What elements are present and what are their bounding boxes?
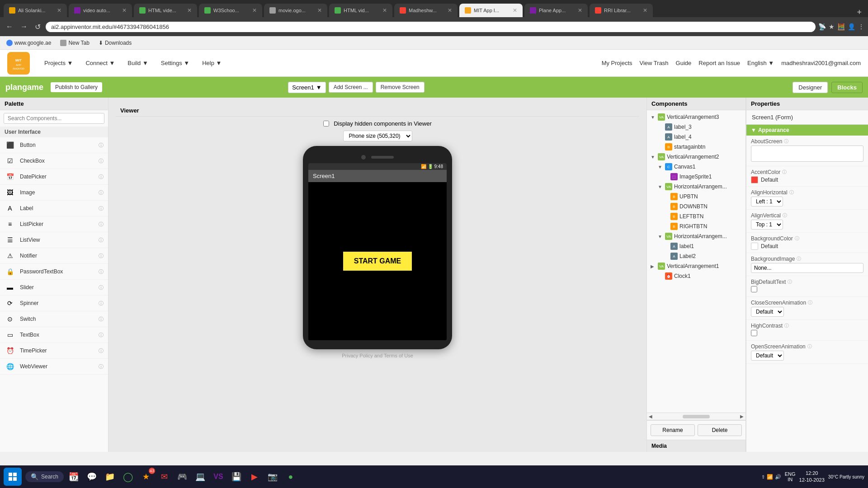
taskbar-camera-icon[interactable]: 📷 (264, 469, 281, 485)
nav-connect[interactable]: Connect ▼ (80, 57, 120, 69)
new-tab-button[interactable]: + (854, 8, 864, 17)
tab-close-icon[interactable]: ✕ (382, 7, 387, 14)
tree-item-startbtn[interactable]: B startagainbtn (647, 142, 745, 152)
tab-close-icon[interactable]: ✕ (578, 7, 582, 14)
language-selector[interactable]: English ▼ (747, 60, 774, 66)
prop-info-icon-backgroundimage[interactable]: ⓘ (797, 256, 801, 262)
my-projects-link[interactable]: My Projects (602, 60, 632, 66)
view-trash-link[interactable]: View Trash (640, 60, 669, 66)
browser-tab-t5[interactable]: movie.ogo... ✕ (264, 4, 327, 17)
comp-info-icon[interactable]: ⓘ (99, 205, 104, 212)
nav-help[interactable]: Help ▼ (197, 57, 227, 69)
tree-item-downbtn[interactable]: B DOWNBTN (647, 202, 745, 211)
bookmark-downloads[interactable]: ⬇ Downloads (96, 39, 134, 47)
color-swatch-backgroundcolor[interactable] (751, 243, 758, 250)
taskbar-youtube-icon[interactable]: ▶ (246, 469, 263, 485)
tree-item-l4[interactable]: A label_4 (647, 132, 745, 142)
prop-checkbox-bigdefaulttext[interactable] (751, 286, 757, 292)
palette-item-textbox[interactable]: ▭ TextBox ⓘ (0, 327, 108, 343)
start-game-button[interactable]: START GAME (343, 252, 412, 271)
prop-info-icon-highcontrast[interactable]: ⓘ (784, 323, 789, 329)
comp-info-icon[interactable]: ⓘ (99, 332, 104, 338)
browser-tab-t6[interactable]: HTML vid... ✕ (329, 4, 392, 17)
tree-toggle-va2[interactable]: ▼ (651, 155, 656, 160)
prop-section-toggle[interactable]: ▼ (751, 127, 756, 133)
tab-close-icon[interactable]: ✕ (513, 7, 517, 14)
tree-toggle-ha1[interactable]: ▼ (658, 184, 663, 189)
tree-item-leftbtn[interactable]: B LEFTBTN (647, 211, 745, 221)
prop-select-openscreenanimation[interactable]: Default (751, 351, 784, 361)
hidden-components-checkbox[interactable] (323, 121, 329, 127)
report-issue-link[interactable]: Report an Issue (698, 60, 740, 66)
taskbar-widgets-icon[interactable]: 📆 (66, 469, 82, 485)
comp-info-icon[interactable]: ⓘ (99, 268, 104, 275)
comp-info-icon[interactable]: ⓘ (99, 189, 104, 196)
tree-item-clock1[interactable]: ⏰ Clock1 (647, 271, 745, 281)
taskbar-game-icon[interactable]: 🎮 (174, 469, 190, 485)
privacy-link[interactable]: Privacy Policy and Terms of Use (342, 353, 413, 358)
tab-close-icon[interactable]: ✕ (643, 7, 647, 14)
designer-button[interactable]: Designer (793, 82, 828, 93)
bookmark-google[interactable]: www.google.ae (4, 39, 54, 47)
scroll-right-arrow[interactable]: ▶ (740, 414, 744, 419)
browser-tab-t10[interactable]: RRI Librar... ✕ (590, 4, 653, 17)
taskbar-search[interactable]: 🔍 Search (25, 471, 64, 482)
prop-info-icon-bigdefaulttext[interactable]: ⓘ (788, 279, 792, 285)
tab-close-icon[interactable]: ✕ (187, 7, 192, 14)
extensions-icon[interactable]: 🧮 (837, 23, 845, 30)
menu-icon[interactable]: ⋮ (858, 23, 864, 30)
tree-item-ha1[interactable]: ▼ VA HorizontalArrangem... (647, 182, 745, 192)
prop-select-alignhorizontal[interactable]: Left : 1 (751, 197, 783, 206)
tree-toggle-ha2[interactable]: ▼ (658, 234, 663, 239)
tree-item-lbl1[interactable]: A label1 (647, 241, 745, 251)
prop-info-icon-closescreenanimation[interactable]: ⓘ (808, 300, 812, 306)
rename-button[interactable]: Rename (651, 424, 695, 436)
palette-item-datepicker[interactable]: 📅 DatePicker ⓘ (0, 169, 108, 185)
comp-info-icon[interactable]: ⓘ (99, 221, 104, 228)
browser-tab-t1[interactable]: Ali Solanki... ✕ (4, 4, 67, 17)
tab-close-icon[interactable]: ✕ (317, 7, 322, 14)
tab-close-icon[interactable]: ✕ (122, 7, 127, 14)
taskbar-db-icon[interactable]: 💾 (228, 469, 245, 485)
palette-item-notifier[interactable]: ⚠ Notifier ⓘ (0, 248, 108, 264)
screen-dropdown[interactable]: Screen1 ▼ (288, 82, 326, 93)
comp-info-icon[interactable]: ⓘ (99, 237, 104, 244)
comp-info-icon[interactable]: ⓘ (99, 363, 104, 370)
comp-info-icon[interactable]: ⓘ (99, 142, 104, 149)
browser-tab-t8[interactable]: MIT App I... ✕ (459, 4, 523, 17)
tree-toggle-va3[interactable]: ▼ (651, 115, 656, 120)
browser-tab-t3[interactable]: HTML vide... ✕ (134, 4, 197, 17)
scroll-left-arrow[interactable]: ◀ (649, 414, 652, 419)
bookmark-icon[interactable]: ★ (829, 23, 835, 30)
tree-item-va3[interactable]: ▼ VA VerticalArrangement3 (647, 112, 745, 122)
taskbar-mail-icon[interactable]: ✉ (156, 469, 172, 485)
palette-item-label[interactable]: A Label ⓘ (0, 201, 108, 216)
prop-info-icon-alignvertical[interactable]: ⓘ (783, 212, 787, 219)
comp-info-icon[interactable]: ⓘ (99, 300, 104, 307)
browser-tab-t7[interactable]: Madheshw... ✕ (394, 4, 458, 17)
color-swatch-accentcolor[interactable] (751, 176, 758, 183)
tree-toggle-canvas1[interactable]: ▼ (658, 164, 663, 169)
comp-info-icon[interactable]: ⓘ (99, 347, 104, 354)
palette-item-button[interactable]: ⬛ Button ⓘ (0, 137, 108, 153)
prop-select-alignvertical[interactable]: Top : 1 (751, 220, 783, 230)
palette-item-spinner[interactable]: ⟳ Spinner ⓘ (0, 296, 108, 311)
prop-checkbox-highcontrast[interactable] (751, 330, 757, 336)
prop-select-closescreenanimation[interactable]: Default (751, 307, 784, 317)
prop-info-icon-accentcolor[interactable]: ⓘ (782, 169, 787, 175)
palette-item-slider[interactable]: ▬ Slider ⓘ (0, 280, 108, 296)
tree-item-upbtn[interactable]: B UPBTN (647, 192, 745, 202)
taskbar-badge[interactable]: ★ 43 (138, 469, 154, 485)
tab-close-icon[interactable]: ✕ (57, 7, 61, 14)
palette-item-webviewer[interactable]: 🌐 WebViewer ⓘ (0, 359, 108, 375)
taskbar-vs-icon[interactable]: VS (210, 469, 226, 485)
comp-info-icon[interactable]: ⓘ (99, 174, 104, 180)
forward-button[interactable]: → (18, 22, 30, 32)
nav-build[interactable]: Build ▼ (122, 57, 153, 69)
network-icon[interactable]: 📶 (767, 474, 773, 480)
profile-icon[interactable]: 👤 (848, 23, 855, 30)
comp-info-icon[interactable]: ⓘ (99, 253, 104, 259)
taskbar-files-icon[interactable]: 📁 (102, 469, 118, 485)
browser-tab-t2[interactable]: video auto... ✕ (69, 4, 132, 17)
address-input[interactable] (46, 22, 816, 32)
